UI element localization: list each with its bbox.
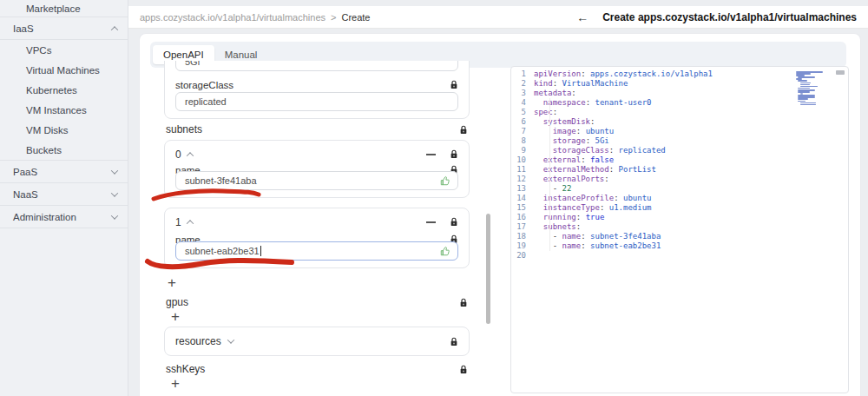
thumbs-up-icon[interactable] — [439, 175, 450, 187]
sidebar-item-label: Administration — [13, 212, 112, 222]
line-number: 17 — [511, 222, 534, 232]
sidebar-item-label: IaaS — [13, 23, 112, 34]
storage-input-value: 5Gi — [185, 61, 200, 70]
lock-icon — [450, 149, 458, 159]
sidebar-item-naas[interactable]: NaaS — [0, 183, 128, 205]
thumbs-up-icon[interactable] — [439, 246, 450, 257]
indent-guide — [549, 98, 550, 251]
minimap-line — [798, 101, 806, 102]
sidebar-item-administration[interactable]: Administration — [0, 206, 128, 228]
line-number: 15 — [511, 203, 534, 213]
subnet-0-name-input[interactable]: subnet-3fe41aba — [175, 171, 458, 190]
sidebar-item-vpcs[interactable]: VPCs — [0, 40, 128, 60]
line-number: 5 — [511, 108, 534, 117]
subnet-0-index[interactable]: 0 — [175, 148, 181, 161]
code-line: 8 storage: 5Gi — [511, 136, 848, 146]
line-number: 18 — [511, 232, 534, 241]
create-form-card: OpenAPI Manual 5Gi storageClass replicat… — [139, 33, 861, 396]
page-title: Create apps.cozystack.io/v1alpha1/virtua… — [602, 11, 857, 23]
line-number: 19 — [511, 241, 534, 251]
lock-icon — [450, 337, 458, 346]
sshkeys-label: sshKeys — [166, 363, 205, 375]
toolbar: apps.cozystack.io/v1alpha1/virtualmachin… — [128, 6, 868, 29]
line-number: 13 — [511, 184, 534, 194]
sidebar-item-vm-instances[interactable]: VM Instances — [0, 100, 128, 120]
sidebar-item-label: PaaS — [13, 167, 112, 177]
code-line: 7 image: ubuntu — [511, 127, 848, 136]
line-number: 12 — [511, 175, 534, 184]
breadcrumb: apps.cozystack.io/v1alpha1/virtualmachin… — [128, 12, 370, 23]
remove-subnet-0-button[interactable] — [426, 154, 436, 155]
sidebar-item-label: Kubernetes — [26, 85, 128, 96]
code-line: 10 external: false — [511, 155, 848, 165]
subnet-0-name-value: subnet-3fe41aba — [185, 172, 257, 189]
form-scrollbar-thumb[interactable] — [486, 214, 490, 324]
lock-icon — [459, 298, 468, 307]
text-cursor — [260, 246, 261, 256]
resources-label: resources — [175, 335, 221, 347]
sidebar-item-vm-disks[interactable]: VM Disks — [0, 120, 128, 140]
sidebar-item-virtual-machines[interactable]: Virtual Machines — [0, 60, 128, 80]
form-scroll-area: 5Gi storageClass replicated subnets 0 — [155, 61, 483, 396]
storage-input[interactable]: 5Gi — [175, 61, 458, 71]
line-number: 1 — [511, 69, 534, 79]
subnets-label: subnets — [166, 123, 202, 135]
minimap-line — [798, 80, 807, 82]
breadcrumb-current: Create — [341, 12, 370, 23]
code-line: 14 instanceProfile: ubuntu — [511, 194, 848, 203]
sidebar-item-label: NaaS — [13, 189, 112, 200]
storage-class-label: storageClass — [175, 80, 233, 90]
code-line: 18 - name: subnet-3fe41aba — [511, 232, 848, 241]
sidebar-item-label: VM Disks — [26, 125, 128, 135]
chevron-up-icon[interactable] — [186, 220, 193, 227]
sidebar-item-buckets[interactable]: Buckets — [0, 140, 128, 160]
line-number: 2 — [511, 79, 534, 89]
code-line: 5spec: — [511, 108, 848, 117]
resources-group[interactable]: resources — [164, 327, 470, 356]
sidebar-item-paas[interactable]: PaaS — [0, 161, 128, 182]
lock-icon — [459, 125, 468, 135]
chevron-up-icon[interactable] — [186, 152, 193, 159]
subnet-1-index[interactable]: 1 — [175, 216, 181, 228]
storage-class-input[interactable]: replicated — [175, 92, 458, 111]
line-number: 9 — [511, 146, 534, 155]
sidebar-item-marketplace[interactable]: Marketplace — [0, 0, 128, 16]
lock-icon — [450, 80, 458, 89]
line-number: 11 — [511, 165, 534, 175]
yaml-editor[interactable]: 1apiVersion: apps.cozystack.io/v1alpha12… — [510, 66, 849, 393]
minimap-slider[interactable] — [836, 70, 845, 75]
sidebar-item-kubernetes[interactable]: Kubernetes — [0, 80, 128, 100]
back-arrow-icon[interactable]: ← — [576, 10, 589, 24]
remove-subnet-1-button[interactable] — [426, 221, 436, 223]
breadcrumb-path[interactable]: apps.cozystack.io/v1alpha1/virtualmachin… — [140, 12, 326, 23]
chevron-down-icon — [111, 189, 118, 196]
chevron-down-icon — [111, 212, 118, 219]
code-line: 9 storageClass: replicated — [511, 146, 848, 155]
code-line: 11 externalMethod: PortList — [511, 165, 848, 175]
breadcrumb-separator: > — [331, 12, 336, 23]
add-sshkey-button[interactable]: + — [171, 376, 180, 391]
sidebar-item-iaas[interactable]: IaaS — [0, 17, 128, 39]
sidebar-item-label: VM Instances — [26, 105, 128, 116]
sidebar-item-label: Virtual Machines — [26, 65, 128, 76]
sidebar-item-label: VPCs — [26, 45, 128, 56]
code-line: 20 — [511, 251, 848, 261]
line-number: 10 — [511, 155, 534, 165]
add-subnet-button[interactable]: + — [168, 275, 176, 290]
line-number: 14 — [511, 194, 534, 203]
subnet-1-name-input[interactable]: subnet-eab2be31 — [175, 241, 458, 261]
line-number: 4 — [511, 98, 534, 108]
editor-minimap[interactable] — [796, 71, 825, 108]
sidebar-item-label: Marketplace — [26, 3, 128, 14]
add-gpu-button[interactable]: + — [171, 309, 180, 324]
gpus-label: gpus — [166, 296, 188, 308]
line-number: 16 — [511, 213, 534, 222]
lock-icon — [459, 365, 468, 374]
code-line: 19 - name: subnet-eab2be31 — [511, 241, 848, 251]
code-line: 12 externalPorts: — [511, 175, 848, 184]
sidebar: MarketplaceIaaSVPCsVirtual MachinesKuber… — [0, 0, 128, 396]
subnet-item-1: 1 name subnet-eab2be31 — [164, 208, 470, 268]
chevron-down-icon — [227, 336, 233, 343]
storage-class-value: replicated — [185, 93, 227, 110]
minimap-line — [800, 102, 816, 104]
